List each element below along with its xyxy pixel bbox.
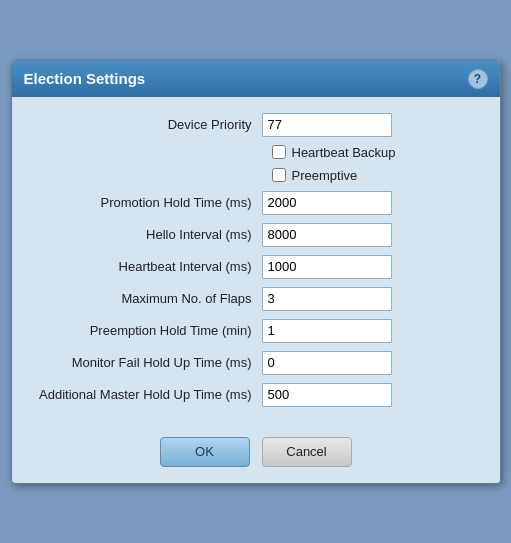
promotion-hold-time-label: Promotion Hold Time (ms) — [32, 195, 262, 210]
max-flaps-input[interactable] — [262, 287, 392, 311]
preemption-hold-time-input[interactable] — [262, 319, 392, 343]
additional-master-hold-up-input[interactable] — [262, 383, 392, 407]
heartbeat-backup-checkbox[interactable] — [272, 145, 286, 159]
monitor-fail-hold-up-row: Monitor Fail Hold Up Time (ms) — [32, 351, 480, 375]
monitor-fail-hold-up-input[interactable] — [262, 351, 392, 375]
device-priority-input[interactable] — [262, 113, 392, 137]
ok-button[interactable]: OK — [160, 437, 250, 467]
dialog-header: Election Settings ? — [12, 61, 500, 97]
dialog-body: Device Priority Heartbeat Backup Preempt… — [12, 97, 500, 427]
device-priority-label: Device Priority — [32, 117, 262, 132]
hello-interval-row: Hello Interval (ms) — [32, 223, 480, 247]
preemptive-label: Preemptive — [292, 168, 358, 183]
heartbeat-backup-label: Heartbeat Backup — [292, 145, 396, 160]
dialog-footer: OK Cancel — [12, 427, 500, 483]
help-icon[interactable]: ? — [468, 69, 488, 89]
monitor-fail-hold-up-label: Monitor Fail Hold Up Time (ms) — [32, 355, 262, 370]
hello-interval-label: Hello Interval (ms) — [32, 227, 262, 242]
dialog-title: Election Settings — [24, 70, 146, 87]
heartbeat-interval-input[interactable] — [262, 255, 392, 279]
cancel-button[interactable]: Cancel — [262, 437, 352, 467]
election-settings-dialog: Election Settings ? Device Priority Hear… — [11, 60, 501, 484]
heartbeat-interval-label: Heartbeat Interval (ms) — [32, 259, 262, 274]
promotion-hold-time-row: Promotion Hold Time (ms) — [32, 191, 480, 215]
max-flaps-label: Maximum No. of Flaps — [32, 291, 262, 306]
additional-master-hold-up-row: Additional Master Hold Up Time (ms) — [32, 383, 480, 407]
preemption-hold-time-label: Preemption Hold Time (min) — [32, 323, 262, 338]
device-priority-row: Device Priority — [32, 113, 480, 137]
preemption-hold-time-row: Preemption Hold Time (min) — [32, 319, 480, 343]
preemptive-row: Preemptive — [272, 168, 480, 183]
heartbeat-backup-row: Heartbeat Backup — [272, 145, 480, 160]
preemptive-checkbox[interactable] — [272, 168, 286, 182]
additional-master-hold-up-label: Additional Master Hold Up Time (ms) — [32, 387, 262, 402]
max-flaps-row: Maximum No. of Flaps — [32, 287, 480, 311]
hello-interval-input[interactable] — [262, 223, 392, 247]
heartbeat-interval-row: Heartbeat Interval (ms) — [32, 255, 480, 279]
promotion-hold-time-input[interactable] — [262, 191, 392, 215]
